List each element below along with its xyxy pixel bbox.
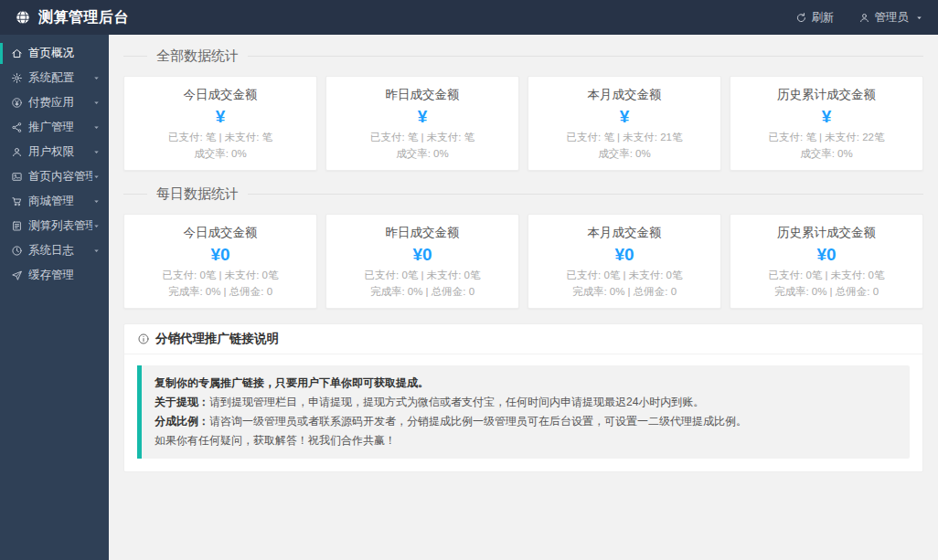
section-title: 每日数据统计 (123, 185, 923, 203)
sidebar-item-label: 系统日志 (28, 243, 92, 259)
sidebar-item-label: 首页概况 (28, 46, 92, 61)
stat-card-title: 昨日成交金额 (334, 225, 511, 240)
stat-card-detail-2: 完成率: 0% | 总佣金: 0 (738, 283, 915, 300)
stat-card-amount: ¥ (536, 106, 713, 127)
stat-card-title: 今日成交金额 (132, 225, 309, 240)
stat-card-title: 历史累计成交金额 (738, 87, 915, 102)
sidebar-item-system-log[interactable]: 系统日志 (0, 238, 109, 263)
note-line-bold: 分成比例： (155, 415, 209, 428)
promo-panel-header: 分销代理推广链接说明 (124, 324, 922, 354)
sidebar-item-promotion[interactable]: 推广管理 (0, 115, 109, 140)
stat-card-detail-1: 已支付: 笔 | 未支付: 21笔 (536, 129, 713, 145)
admin-user-dropdown[interactable]: 管理员 (858, 10, 924, 26)
stat-card-detail-2: 成交率: 0% (738, 145, 915, 162)
stat-card-grid: 今日成交金额 ¥ 已支付: 笔 | 未支付: 笔 成交率: 0% 昨日成交金额 … (123, 76, 923, 171)
stats-section: 全部数据统计 今日成交金额 ¥ 已支付: 笔 | 未支付: 笔 成交率: 0% … (123, 48, 923, 171)
note-line-text: 请咨询一级管理员或者联系源码开发者，分销提成比例一级管理员可在后台设置，可设置一… (209, 415, 747, 428)
list-icon (11, 220, 23, 232)
info-icon (137, 333, 150, 345)
sidebar-item-label: 推广管理 (28, 120, 92, 135)
promo-note-line: 关于提现：请到提现管理栏目，申请提现，提现方式为微信或者支付宝，任何时间内申请提… (155, 393, 897, 412)
refresh-label: 刷新 (812, 10, 835, 26)
stat-card: 历史累计成交金额 ¥0 已支付: 0笔 | 未支付: 0笔 完成率: 0% | … (730, 214, 923, 309)
sidebar-item-label: 用户权限 (28, 144, 92, 160)
sidebar-item-label: 付费应用 (28, 95, 92, 111)
promo-note-line: 如果你有任何疑问，获取解答！祝我们合作共赢！ (155, 431, 897, 450)
stat-card-detail-1: 已支付: 0笔 | 未支付: 0笔 (334, 267, 511, 283)
stat-card-detail-1: 已支付: 0笔 | 未支付: 0笔 (536, 267, 713, 283)
stat-card-title: 昨日成交金额 (334, 87, 511, 102)
header-actions: 刷新 管理员 (795, 10, 924, 26)
section-title-text: 每日数据统计 (147, 185, 248, 203)
title-rule-right (248, 56, 923, 57)
app-logo: 测算管理后台 (15, 8, 129, 27)
chevron-down-icon (92, 222, 101, 230)
note-line-text: 如果你有任何疑问，获取解答！祝我们合作共赢！ (155, 434, 396, 447)
sidebar-item-system-config[interactable]: 系统配置 (0, 66, 109, 90)
stat-card-detail-2: 完成率: 0% | 总佣金: 0 (334, 283, 511, 300)
chevron-down-icon (915, 14, 923, 22)
stat-card-detail-2: 完成率: 0% | 总佣金: 0 (536, 283, 713, 300)
stat-card: 昨日成交金额 ¥0 已支付: 0笔 | 未支付: 0笔 完成率: 0% | 总佣… (325, 214, 519, 309)
stat-card-detail-1: 已支付: 笔 | 未支付: 22笔 (738, 129, 915, 145)
refresh-button[interactable]: 刷新 (795, 10, 835, 26)
sidebar-item-calc-list[interactable]: 测算列表管理 (0, 214, 109, 238)
globe-logo-icon (15, 9, 31, 26)
stat-card-detail-1: 已支付: 笔 | 未支付: 笔 (132, 129, 309, 145)
stats-section: 每日数据统计 今日成交金额 ¥0 已支付: 0笔 | 未支付: 0笔 完成率: … (123, 185, 923, 309)
stat-card: 今日成交金额 ¥0 已支付: 0笔 | 未支付: 0笔 完成率: 0% | 总佣… (123, 214, 317, 309)
title-rule-left (123, 56, 147, 57)
stat-card-title: 本月成交金额 (536, 87, 713, 102)
stat-card-amount: ¥0 (738, 244, 915, 265)
stats-sections: 全部数据统计 今日成交金额 ¥ 已支付: 笔 | 未支付: 笔 成交率: 0% … (123, 48, 923, 309)
stat-card-detail-1: 已支付: 笔 | 未支付: 笔 (334, 129, 511, 145)
chevron-down-icon (92, 173, 101, 181)
sidebar-item-mall[interactable]: 商城管理 (0, 189, 109, 214)
sidebar-item-paid-apps[interactable]: 付费应用 (0, 90, 109, 115)
stat-card-title: 本月成交金额 (536, 225, 713, 240)
sidebar-item-user-permissions[interactable]: 用户权限 (0, 140, 109, 164)
promo-note-panel: 分销代理推广链接说明 复制你的专属推广链接，只要用户下单你即可获取提成。关于提现… (123, 323, 923, 472)
image-icon (11, 171, 23, 183)
sidebar-item-label: 测算列表管理 (28, 218, 92, 234)
stat-card-amount: ¥ (738, 106, 915, 127)
sidebar-menu: 首页概况 系统配置 付费应用 推广管理 用户权限 首页内容管理 商城管理 测算列… (0, 35, 109, 560)
sidebar-item-home-overview[interactable]: 首页概况 (0, 41, 109, 66)
title-rule-left (123, 194, 147, 195)
stat-card-amount: ¥ (334, 106, 511, 127)
stat-card: 今日成交金额 ¥ 已支付: 笔 | 未支付: 笔 成交率: 0% (123, 76, 317, 171)
stat-card-title: 历史累计成交金额 (738, 225, 915, 240)
clock-icon (11, 245, 23, 257)
app-title: 测算管理后台 (38, 8, 129, 27)
stat-card-grid: 今日成交金额 ¥0 已支付: 0笔 | 未支付: 0笔 完成率: 0% | 总佣… (123, 214, 923, 309)
app-header: 测算管理后台 刷新 管理员 (0, 0, 938, 35)
stat-card: 本月成交金额 ¥ 已支付: 笔 | 未支付: 21笔 成交率: 0% (528, 76, 721, 171)
note-line-text: 请到提现管理栏目，申请提现，提现方式为微信或者支付宝，任何时间内申请提现最迟24… (209, 396, 704, 408)
stat-card-detail-2: 成交率: 0% (334, 145, 511, 162)
refresh-icon (795, 12, 807, 24)
send-icon (11, 269, 23, 281)
cart-icon (11, 195, 23, 207)
chevron-down-icon (92, 99, 101, 107)
user-icon (858, 12, 870, 24)
user-icon (11, 146, 23, 158)
chevron-down-icon (92, 197, 101, 206)
stat-card: 历史累计成交金额 ¥ 已支付: 笔 | 未支付: 22笔 成交率: 0% (730, 76, 923, 171)
stat-card-detail-1: 已支付: 0笔 | 未支付: 0笔 (738, 267, 915, 283)
stat-card: 昨日成交金额 ¥ 已支付: 笔 | 未支付: 笔 成交率: 0% (325, 76, 519, 171)
home-icon (11, 48, 23, 59)
yen-circle-icon (11, 97, 23, 109)
sidebar-item-label: 缓存管理 (28, 268, 92, 283)
stat-card-detail-2: 成交率: 0% (132, 145, 309, 162)
sidebar-item-label: 首页内容管理 (28, 169, 92, 185)
promo-note-lines: 复制你的专属推广链接，只要用户下单你即可获取提成。关于提现：请到提现管理栏目，申… (137, 365, 910, 459)
stat-card: 本月成交金额 ¥0 已支付: 0笔 | 未支付: 0笔 完成率: 0% | 总佣… (528, 214, 721, 309)
title-rule-right (248, 194, 923, 195)
section-title-text: 全部数据统计 (147, 48, 248, 65)
promo-panel-body: 复制你的专属推广链接，只要用户下单你即可获取提成。关于提现：请到提现管理栏目，申… (124, 354, 922, 471)
sidebar-item-cache[interactable]: 缓存管理 (0, 263, 109, 288)
section-title: 全部数据统计 (123, 48, 923, 65)
note-line-bold: 复制你的专属推广链接，只要用户下单你即可获取提成。 (155, 376, 429, 389)
sidebar-item-label: 商城管理 (28, 194, 92, 209)
sidebar-item-home-content[interactable]: 首页内容管理 (0, 164, 109, 189)
